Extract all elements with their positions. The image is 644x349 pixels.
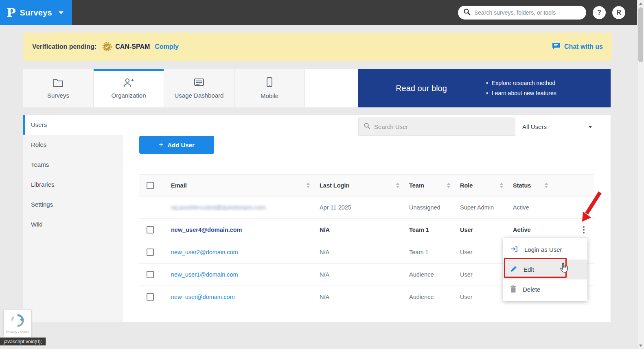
row-actions-kebab-icon[interactable]: [581, 225, 586, 235]
column-label: Email: [171, 182, 187, 189]
sort-icon[interactable]: [500, 183, 503, 188]
sidebar-item-libraries[interactable]: Libraries: [23, 174, 123, 194]
user-filter-dropdown[interactable]: All Users: [522, 118, 596, 136]
row-checkbox[interactable]: [147, 271, 154, 278]
browser-status-bubble: javascript:void(0);: [0, 337, 46, 346]
column-label: Team: [409, 182, 424, 189]
sort-icon[interactable]: [307, 183, 310, 188]
team-cell: Team 1: [405, 227, 456, 233]
folder-icon: [53, 78, 64, 88]
filter-value: All Users: [522, 123, 547, 130]
sidebar-item-roles[interactable]: Roles: [23, 135, 123, 155]
user-search[interactable]: [358, 118, 515, 136]
arrow-down-icon: [639, 345, 642, 347]
sidebar-item-label: Wiki: [31, 221, 42, 228]
tab-usage-dashboard[interactable]: Usage Dashboard: [164, 69, 234, 107]
search-icon: [463, 8, 471, 17]
help-button[interactable]: ?: [593, 6, 606, 19]
menu-item-label: Delete: [523, 286, 540, 293]
can-spam-label: CAN-SPAM: [115, 43, 150, 50]
sidebar-item-teams[interactable]: Teams: [23, 155, 123, 174]
select-all-checkbox[interactable]: [147, 182, 154, 189]
menu-item-delete[interactable]: Delete: [503, 279, 587, 299]
questionpro-logo: P: [7, 6, 16, 20]
recaptcha-badge[interactable]: Privacy - Terms: [3, 309, 32, 338]
status-cell: Active: [509, 227, 554, 233]
sidebar-item-settings[interactable]: Settings: [23, 194, 123, 214]
sort-icon[interactable]: [447, 183, 450, 188]
product-name: Surveys: [20, 8, 52, 17]
sidebar-item-users[interactable]: Users: [23, 115, 123, 135]
login-as-user-icon: [510, 245, 518, 254]
blog-bullets: Explore research method Learn about new …: [484, 78, 611, 98]
column-header-team[interactable]: Team: [405, 182, 456, 189]
scroll-down-button[interactable]: [637, 342, 644, 349]
sidebar-item-wiki[interactable]: Wiki: [23, 214, 123, 234]
column-header-email[interactable]: Email: [167, 182, 315, 189]
row-checkbox[interactable]: [147, 293, 154, 301]
avatar[interactable]: R: [612, 6, 625, 19]
status-cell: Active: [509, 204, 554, 211]
column-header-role[interactable]: Role: [456, 182, 509, 189]
user-email-link[interactable]: new_user4@domain.com: [171, 227, 242, 233]
blog-bullet: Explore research method: [486, 78, 611, 88]
sort-icon[interactable]: [545, 183, 548, 188]
sort-icon[interactable]: [396, 183, 399, 188]
plus-icon: +: [159, 140, 163, 149]
tab-label: Organization: [111, 92, 146, 99]
user-email-blurred[interactable]: raj.purohit+cctest@questionpro.com: [171, 204, 266, 211]
blog-promo-panel[interactable]: Read our blog Explore research method Le…: [358, 69, 611, 107]
add-user-button[interactable]: + Add User: [139, 136, 214, 154]
user-email-link[interactable]: new_user@domain.com: [171, 294, 235, 300]
tab-label: Mobile: [261, 92, 278, 99]
chat-with-us-button[interactable]: Chat with us: [552, 42, 603, 52]
chat-label: Chat with us: [564, 43, 603, 50]
user-email-link[interactable]: new_user1@domain.com: [171, 271, 238, 278]
comply-link[interactable]: Comply: [155, 43, 179, 50]
column-header-status[interactable]: Status: [509, 182, 554, 189]
tab-surveys[interactable]: Surveys: [23, 69, 94, 107]
tab-mobile[interactable]: Mobile: [234, 69, 305, 107]
role-cell: User: [456, 227, 509, 233]
scroll-up-button[interactable]: [637, 0, 644, 7]
role-cell: User: [456, 271, 509, 278]
team-cell: Team 1: [405, 249, 456, 255]
global-search-input[interactable]: [474, 9, 581, 16]
column-label: Status: [513, 182, 531, 189]
menu-item-label: Edit: [524, 266, 534, 273]
last-login-cell: Apr 11 2025: [315, 204, 405, 211]
vertical-scrollbar[interactable]: [637, 0, 644, 349]
user-search-input[interactable]: [374, 123, 510, 130]
global-search[interactable]: [458, 6, 586, 20]
product-switcher[interactable]: P Surveys: [0, 0, 72, 25]
dashboard-icon: [194, 78, 204, 88]
team-cell: Unassigned: [405, 204, 456, 211]
row-checkbox[interactable]: [147, 226, 154, 233]
column-header-last-login[interactable]: Last Login: [315, 182, 405, 189]
trash-icon: [510, 285, 517, 294]
scrollbar-thumb[interactable]: [638, 7, 643, 62]
column-label: Role: [460, 182, 473, 189]
mobile-icon: [266, 77, 273, 89]
sidebar-item-label: Settings: [31, 201, 53, 208]
user-email-link[interactable]: new_user2@domain.com: [171, 249, 238, 255]
team-cell: Audience: [405, 294, 456, 300]
chat-icon: [552, 42, 561, 52]
recaptcha-icon: [11, 314, 24, 329]
row-checkbox[interactable]: [147, 249, 154, 256]
chevron-down-icon: [588, 126, 592, 128]
column-label: Last Login: [320, 182, 349, 189]
menu-item-login-as-user[interactable]: Login as User: [503, 240, 587, 260]
recaptcha-caption: Privacy - Terms: [7, 330, 29, 334]
status-text: javascript:void(0);: [4, 339, 42, 345]
verification-banner: Verification pending: CAN-SPAM Comply Ch…: [23, 33, 612, 61]
certification-badge-icon: [102, 42, 112, 52]
menu-item-edit[interactable]: Edit: [503, 260, 587, 279]
chevron-down-icon: [59, 11, 64, 14]
search-icon: [364, 122, 370, 131]
tab-organization[interactable]: Organization: [94, 69, 164, 107]
last-login-cell: N/A: [315, 294, 405, 300]
blog-title[interactable]: Read our blog: [358, 84, 484, 93]
table-header-row: Email Last Login Team Role Status: [139, 174, 594, 196]
sidebar-item-label: Teams: [31, 161, 49, 168]
